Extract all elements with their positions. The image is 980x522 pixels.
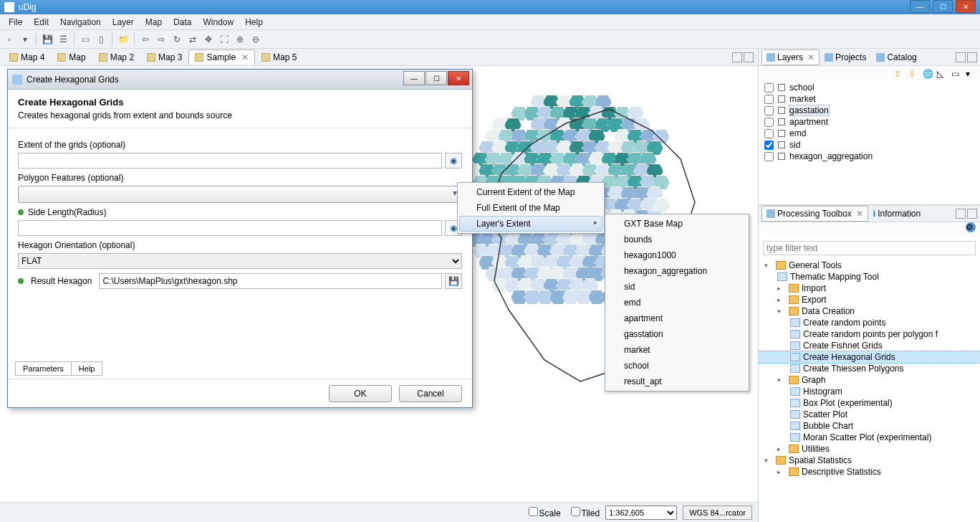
menu-map[interactable]: Map	[140, 16, 168, 29]
layer-row[interactable]: apartment	[759, 116, 980, 128]
layer-checkbox[interactable]	[764, 118, 774, 127]
layer-checkbox[interactable]	[764, 106, 774, 115]
tiled-checkbox-label[interactable]: Tiled	[567, 507, 600, 518]
map-tab-map[interactable]: Map	[51, 49, 92, 65]
tree-tool[interactable]: Histogram	[759, 386, 980, 397]
fwd-button[interactable]: ⇨	[155, 33, 168, 46]
gear-icon[interactable]: ⚙	[966, 222, 976, 232]
folder-button[interactable]: 📁	[117, 33, 130, 46]
menu-data[interactable]: Data	[168, 16, 197, 29]
crosshair-button[interactable]: ✥	[202, 33, 215, 46]
tree-tool[interactable]: Moran Scatter Plot (experimental)	[759, 432, 980, 443]
layout-a-button[interactable]: ▭	[79, 33, 92, 46]
ctx-layer-item[interactable]: hexagon_aggregation	[607, 263, 747, 279]
tree-folder[interactable]: Import	[759, 283, 980, 294]
menu-edit[interactable]: Edit	[28, 16, 54, 29]
window-minimize-button[interactable]: —	[910, 0, 930, 13]
layer-checkbox[interactable]	[764, 95, 774, 104]
zoom-out-button[interactable]: ⊖	[249, 33, 262, 46]
ctx-layers-extent[interactable]: Layer's Extent	[459, 216, 602, 232]
result-save-button[interactable]: 💾	[445, 273, 462, 289]
scale-checkbox-label[interactable]: Scale	[524, 507, 561, 518]
layer-row[interactable]: sid	[759, 139, 980, 151]
tree-tool[interactable]: Scatter Plot	[759, 409, 980, 420]
rect-icon[interactable]: ▭	[951, 69, 961, 79]
move-up-icon[interactable]: ⇧	[894, 69, 904, 79]
layer-checkbox[interactable]	[764, 129, 774, 138]
tree-folder[interactable]: Export	[759, 294, 980, 305]
polygon-combo[interactable]	[18, 186, 462, 203]
layer-checkbox[interactable]	[764, 152, 774, 161]
tree-folder[interactable]: Data Creation	[759, 305, 980, 317]
maximize-view-icon[interactable]	[744, 52, 754, 62]
layer-row[interactable]: hexagon_aggregation	[759, 151, 980, 162]
dialog-titlebar[interactable]: Create Hexagonal Grids — ☐ ✕	[8, 70, 472, 90]
tiled-checkbox[interactable]	[571, 507, 580, 516]
menu-navigation[interactable]: Navigation	[54, 16, 107, 29]
map-tab-map2[interactable]: Map 2	[92, 49, 140, 65]
maximize-view-icon[interactable]	[967, 209, 977, 219]
menu-window[interactable]: Window	[197, 16, 239, 29]
menu-layer[interactable]: Layer	[107, 16, 140, 29]
rotate-button[interactable]: ⇄	[186, 33, 199, 46]
cancel-button[interactable]: Cancel	[399, 385, 462, 402]
tree-folder[interactable]: Utilities	[759, 443, 980, 455]
open-button[interactable]: ▾	[19, 33, 32, 46]
tree-tool[interactable]: Create random points per polygon f	[759, 328, 980, 340]
ctx-layer-item[interactable]: apartment	[607, 310, 747, 326]
orientation-select[interactable]: FLAT	[18, 253, 462, 269]
dialog-minimize-button[interactable]: —	[403, 71, 425, 85]
globe-icon[interactable]: 🌐	[923, 69, 933, 79]
ctx-layer-item[interactable]: bounds	[607, 232, 747, 247]
minimize-view-icon[interactable]	[956, 209, 966, 219]
save-button[interactable]: 💾	[41, 33, 54, 46]
dialog-tab-help[interactable]: Help	[71, 361, 103, 376]
scale-select[interactable]: 1:362,605	[605, 506, 677, 520]
ctx-layer-item[interactable]: market	[607, 342, 747, 358]
tree-folder[interactable]: Spatial Statistics	[759, 455, 980, 466]
move-down-icon[interactable]: ⇩	[908, 69, 918, 79]
menu-icon[interactable]: ▾	[966, 69, 976, 79]
layout-b-button[interactable]: ▯	[95, 33, 107, 46]
ctx-layer-item[interactable]: GXT Base Map	[607, 216, 747, 232]
ctx-layer-item[interactable]: gasstation	[607, 326, 747, 342]
ok-button[interactable]: OK	[329, 385, 392, 402]
layer-checkbox[interactable]	[764, 83, 774, 92]
tree-tool[interactable]: Create random points	[759, 317, 980, 328]
extent-button[interactable]: ⛶	[218, 33, 231, 46]
tab-processing-toolbox[interactable]: Processing Toolbox✕	[762, 206, 868, 222]
dialog-maximize-button[interactable]: ☐	[426, 71, 447, 85]
tree-folder[interactable]: General Tools	[759, 260, 980, 271]
processing-tree[interactable]: General ToolsThematic Mapping ToolImport…	[759, 258, 980, 522]
print-button[interactable]: ☰	[57, 33, 69, 46]
layer-row[interactable]: school	[759, 82, 980, 93]
ctx-layer-item[interactable]: emd	[607, 295, 747, 310]
close-icon[interactable]: ✕	[807, 52, 815, 62]
triangle-icon[interactable]: ◺	[937, 69, 947, 79]
tab-projects[interactable]: Projects	[820, 49, 871, 65]
tree-folder[interactable]: Graph	[759, 374, 980, 386]
hand-button[interactable]: ↻	[170, 33, 183, 46]
tab-information[interactable]: iInformation	[868, 206, 926, 222]
ctx-layer-item[interactable]: school	[607, 358, 747, 374]
maximize-view-icon[interactable]	[967, 52, 977, 62]
ctx-layer-item[interactable]: result_apt	[607, 374, 747, 389]
tree-tool[interactable]: Thematic Mapping Tool	[759, 271, 980, 283]
ctx-full-extent[interactable]: Full Extent of the Map	[459, 200, 602, 216]
crs-button[interactable]: WGS 84...rcator	[683, 506, 752, 520]
scale-checkbox[interactable]	[529, 507, 538, 516]
map-tab-map5[interactable]: Map 5	[255, 49, 303, 65]
map-tab-map3[interactable]: Map 3	[140, 49, 188, 65]
back-button[interactable]: ⇦	[139, 33, 152, 46]
extent-input[interactable]	[18, 153, 442, 169]
ctx-current-extent[interactable]: Current Extent of the Map	[459, 184, 602, 200]
layer-checkbox[interactable]	[764, 141, 774, 150]
tree-tool[interactable]: Create Thiessen Polygons	[759, 363, 980, 374]
map-tab-map4[interactable]: Map 4	[3, 49, 51, 65]
tree-tool[interactable]: Bubble Chart	[759, 420, 980, 432]
tree-tool[interactable]: Create Hexagonal Grids	[759, 351, 980, 363]
new-button[interactable]: ▫	[3, 33, 16, 46]
map-tab-sample[interactable]: Sample✕	[188, 49, 255, 65]
tab-layers[interactable]: Layers✕	[762, 49, 820, 65]
result-path-input[interactable]	[99, 273, 442, 289]
